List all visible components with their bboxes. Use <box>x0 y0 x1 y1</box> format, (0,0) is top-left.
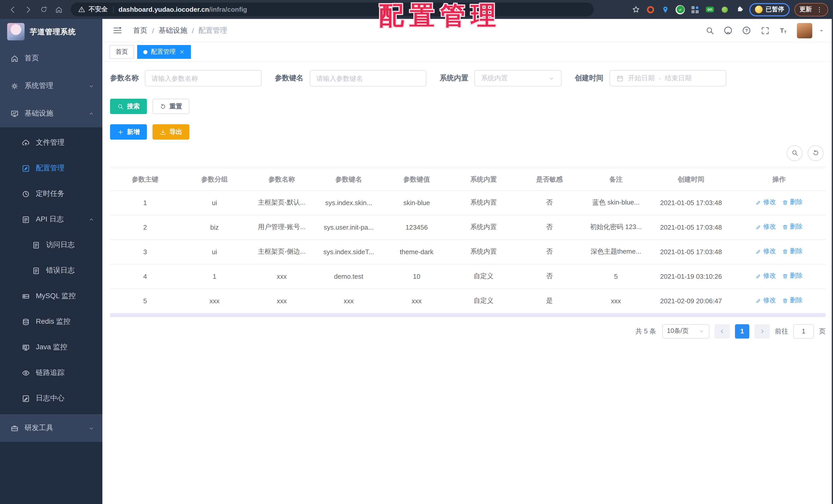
sidebar-item-label: 访问日志 <box>46 241 75 250</box>
address-bar[interactable]: 不安全 dashboard.yudao.iocoder.cn/infra/con… <box>71 3 594 16</box>
home-icon <box>10 54 19 62</box>
profile-paused-chip[interactable]: 已暂停 <box>749 3 790 16</box>
extension-green-ball-icon[interactable] <box>720 4 730 15</box>
url-path: /infra/config <box>209 6 247 13</box>
extension-orange-ring-icon[interactable] <box>645 4 656 15</box>
add-button[interactable]: 新增 <box>110 124 147 140</box>
browser-back-button[interactable] <box>5 2 21 17</box>
mysql-icon <box>22 292 30 300</box>
sidebar-item-system-mgmt[interactable]: 系统管理 <box>0 72 102 100</box>
export-button[interactable]: 导出 <box>152 124 189 140</box>
sidebar-item-infra[interactable]: 基础设施 <box>0 100 102 127</box>
table-button-row: 新增 导出 <box>110 124 826 140</box>
column-header: 操作 <box>733 169 826 190</box>
font-size-icon[interactable] <box>779 26 788 35</box>
app-logo[interactable]: 芋道管理系统 <box>0 19 102 45</box>
sidebar-item-redis-monitor[interactable]: Redis 监控 <box>0 309 102 334</box>
window-edge <box>832 19 833 504</box>
user-avatar[interactable] <box>797 23 812 38</box>
table-cell: 系统内置 <box>451 240 517 264</box>
edit-button[interactable]: 修改 <box>756 272 776 280</box>
magnifier-icon <box>791 149 798 156</box>
browser-forward-button[interactable] <box>21 2 36 17</box>
browser-home-button[interactable] <box>51 2 67 17</box>
extension-on-badge[interactable]: on <box>705 4 715 15</box>
reset-button[interactable]: 重置 <box>152 99 189 114</box>
breadcrumb-separator: / <box>192 26 194 34</box>
sidebar-item-file-mgmt[interactable]: 文件管理 <box>0 130 102 155</box>
param-name-input[interactable] <box>151 74 255 82</box>
edit-button[interactable]: 修改 <box>756 223 776 231</box>
param-key-input[interactable] <box>316 74 420 82</box>
current-page-button[interactable]: 1 <box>735 324 749 338</box>
sidebar-collapse-icon[interactable] <box>111 24 124 37</box>
system-builtin-select[interactable]: 系统内置 <box>474 70 562 86</box>
delete-button[interactable]: 删除 <box>782 296 803 305</box>
breadcrumb-infra[interactable]: 基础设施 <box>159 26 187 35</box>
sidebar-item-label: 定时任务 <box>36 189 65 198</box>
toggle-search-button[interactable] <box>787 145 803 161</box>
refresh-table-button[interactable] <box>808 145 824 161</box>
pencil-icon <box>756 224 762 230</box>
sidebar-item-dev-tools[interactable]: 研发工具 <box>0 414 102 442</box>
fullscreen-icon[interactable] <box>760 26 770 35</box>
extension-grid-icon[interactable] <box>690 4 700 15</box>
breadcrumb-current: 配置管理 <box>198 26 227 35</box>
delete-button[interactable]: 删除 <box>782 223 803 231</box>
edit-button[interactable]: 修改 <box>756 198 776 207</box>
security-label: 不安全 <box>89 5 108 14</box>
browser-reload-button[interactable] <box>36 2 51 17</box>
table-bottom-strip <box>110 313 826 317</box>
column-header: 是否敏感 <box>517 169 582 190</box>
github-icon[interactable] <box>723 26 733 35</box>
sidebar-item-mysql-monitor[interactable]: MySQL 监控 <box>0 283 102 309</box>
sidebar-item-java-monitor[interactable]: Java 监控 <box>0 334 102 360</box>
next-page-button[interactable] <box>755 324 770 338</box>
sidebar-item-tracing[interactable]: 链路追踪 <box>0 360 102 386</box>
extensions-puzzle-icon[interactable] <box>735 4 745 15</box>
filter-name-field[interactable] <box>145 70 262 86</box>
sidebar-item-access-log[interactable]: 访问日志 <box>0 232 102 258</box>
browser-update-button[interactable]: 更新 <box>794 3 828 16</box>
page-size-select[interactable]: 10条/页 <box>662 324 709 338</box>
sidebar-item-cron-job[interactable]: 定时任务 <box>0 181 102 207</box>
sidebar-item-error-log[interactable]: 错误日志 <box>0 258 102 283</box>
header-search-icon[interactable] <box>705 26 715 35</box>
pagination: 共 5 条 10条/页 1 前往 页 <box>110 324 826 338</box>
filter-key-field[interactable] <box>310 70 426 86</box>
filter-name-label: 参数名称 <box>110 74 139 83</box>
sidebar-item-api-log[interactable]: API 日志 <box>0 207 102 232</box>
delete-button[interactable]: 删除 <box>782 247 803 256</box>
table-cell: xxx <box>383 288 451 313</box>
edit-button[interactable]: 修改 <box>756 247 776 256</box>
filter-form: 参数名称 参数键名 系统内置 系统内置 创建时间 <box>110 70 826 86</box>
tab-config-management[interactable]: 配置管理 <box>137 45 191 59</box>
date-range-picker[interactable]: 开始日期 - 结束日期 <box>610 70 726 86</box>
extension-green-check-icon[interactable] <box>675 4 685 15</box>
sidebar-item-label: 系统管理 <box>25 81 53 91</box>
extension-pin-icon[interactable] <box>660 4 670 15</box>
delete-button[interactable]: 删除 <box>782 272 803 280</box>
prev-page-button[interactable] <box>715 324 730 338</box>
tab-close-icon[interactable] <box>179 49 185 55</box>
actions-cell: 修改删除 <box>733 240 826 264</box>
user-menu-caret-icon[interactable] <box>818 27 825 34</box>
goto-page-input[interactable] <box>793 324 814 338</box>
tab-home[interactable]: 首页 <box>110 45 134 59</box>
delete-button[interactable]: 删除 <box>782 198 803 207</box>
actions-cell: 修改删除 <box>733 190 826 215</box>
column-header: 参数主键 <box>110 169 180 190</box>
sidebar-item-config-mgmt[interactable]: 配置管理 <box>0 155 102 181</box>
browser-menu-dots-icon[interactable] <box>816 6 823 13</box>
sidebar-item-log-center[interactable]: 日志中心 <box>0 386 102 411</box>
sidebar-item-home[interactable]: 首页 <box>0 45 102 72</box>
page-unit-label: 页 <box>819 327 826 336</box>
table-cell: 2021-01-05 17:03:48 <box>649 240 733 264</box>
edit-button[interactable]: 修改 <box>756 296 776 305</box>
table-cell: 123456 <box>383 215 451 240</box>
breadcrumb-home[interactable]: 首页 <box>133 26 147 35</box>
help-icon[interactable] <box>742 26 752 35</box>
search-button[interactable]: 搜索 <box>110 99 147 114</box>
bookmark-star-icon[interactable] <box>630 4 641 15</box>
column-header: 参数键值 <box>383 169 451 190</box>
